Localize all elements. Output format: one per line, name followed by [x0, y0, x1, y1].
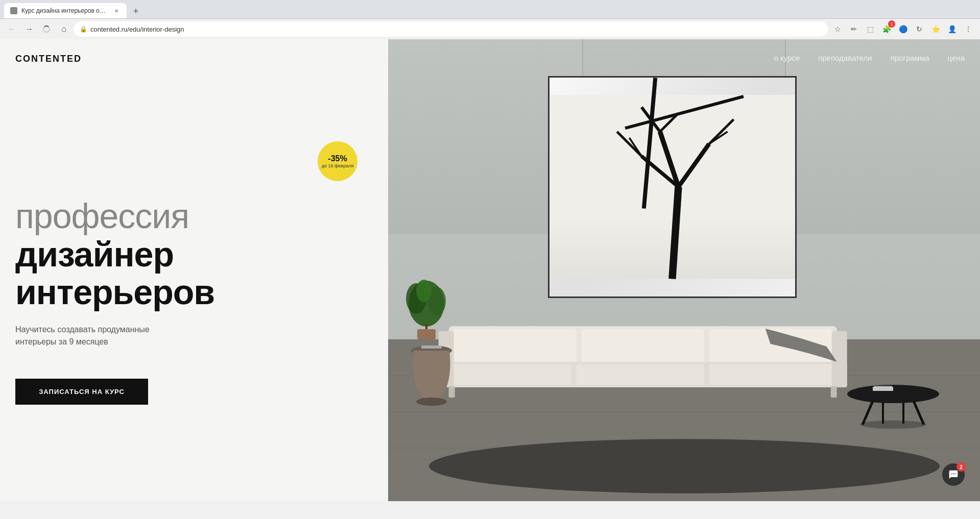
bookmark-star-button[interactable]: ☆ [830, 21, 845, 37]
tab-bar: Курс дизайна интерьеров онл... ✕ + [0, 0, 980, 18]
discount-percent: -35% [328, 154, 347, 163]
svg-rect-45 [421, 345, 442, 349]
forward-button[interactable]: → [21, 21, 37, 37]
left-panel: CONTENTED -35% до 16 февраля профессия д… [0, 39, 388, 501]
artwork-inner [549, 78, 795, 296]
update-button[interactable]: ↻ [912, 21, 927, 37]
site-header: CONTENTED [0, 39, 388, 79]
hero-title-line1: профессия [15, 197, 373, 235]
room-scene [388, 39, 980, 501]
address-text: contented.ru/edu/interior-design [90, 26, 184, 33]
address-bar[interactable]: 🔒 contented.ru/edu/interior-design [74, 21, 828, 37]
site-logo[interactable]: CONTENTED [15, 54, 373, 64]
sofa-svg [436, 316, 850, 398]
nav-item-price[interactable]: цена [948, 54, 965, 62]
artwork [548, 76, 797, 298]
hero-title-line2: дизайнер [15, 235, 373, 274]
side-table [406, 340, 457, 409]
chat-icon [948, 469, 959, 480]
screenshot-button[interactable]: ⬚ [863, 21, 878, 37]
right-panel: о курсе преподаватели программа цена [388, 39, 980, 501]
loading-spinner [43, 26, 50, 33]
svg-rect-36 [873, 387, 893, 391]
svg-rect-37 [874, 386, 892, 387]
browser-chrome: Курс дизайна интерьеров онл... ✕ + ← → ⌂… [0, 0, 980, 39]
favorites-button[interactable]: ⭐ [928, 21, 943, 37]
extension-badge: 1 [888, 20, 895, 28]
hero-content: -35% до 16 февраля профессия дизайнер ин… [0, 39, 388, 501]
active-tab[interactable]: Курс дизайна интерьеров онл... ✕ [4, 3, 127, 18]
tab-title: Курс дизайна интерьеров онл... [21, 7, 108, 14]
discount-date: до 16 февраля [322, 163, 354, 168]
nav-menu: о курсе преподаватели программа цена [774, 54, 965, 62]
sofa [436, 316, 850, 400]
hero-subtitle: Научитесь создавать продуманные интерьер… [15, 324, 179, 348]
tab-close-button[interactable]: ✕ [112, 7, 121, 15]
home-button[interactable]: ⌂ [56, 21, 71, 37]
svg-rect-34 [830, 386, 836, 398]
svg-rect-11 [549, 218, 795, 279]
svg-rect-17 [417, 329, 436, 339]
svg-rect-25 [581, 329, 704, 364]
page-content: CONTENTED -35% до 16 февраля профессия д… [0, 39, 980, 501]
svg-point-15 [416, 280, 432, 302]
side-table-svg [406, 340, 457, 407]
hero-title: профессия дизайнер интерьеров [15, 197, 373, 311]
nav-item-teachers[interactable]: преподаватели [818, 54, 872, 62]
tab-favicon [10, 7, 17, 14]
back-button[interactable]: ← [4, 21, 19, 37]
chat-badge: 2 [957, 462, 966, 472]
svg-line-38 [863, 401, 873, 425]
nav-item-program[interactable]: программа [891, 54, 929, 62]
nav-item-about[interactable]: о курсе [774, 54, 800, 62]
wall-panel-right [785, 39, 980, 234]
profile-button[interactable]: 👤 [944, 21, 960, 37]
cta-enroll-button[interactable]: записаться на курс [15, 379, 148, 405]
svg-rect-24 [453, 329, 576, 364]
artwork-svg [549, 78, 795, 296]
chat-widget[interactable]: 2 [942, 463, 965, 486]
vpn-button[interactable]: 🔵 [895, 21, 911, 37]
discount-badge: -35% до 16 февраля [318, 141, 357, 181]
coffee-table-svg [842, 379, 944, 430]
toolbar-icons: ☆ ✏ ⬚ 🧩 1 🔵 ↻ ⭐ 👤 ⋮ [830, 21, 976, 37]
address-bar-row: ← → ⌂ 🔒 contented.ru/edu/interior-design… [0, 19, 980, 39]
edit-button[interactable]: ✏ [846, 21, 862, 37]
hero-title-line3: интерьеров [15, 273, 373, 311]
svg-rect-30 [709, 364, 842, 385]
coffee-table [842, 379, 944, 432]
svg-point-42 [860, 421, 926, 429]
svg-rect-28 [443, 364, 571, 385]
menu-button[interactable]: ⋮ [961, 21, 976, 37]
lock-icon: 🔒 [80, 26, 87, 33]
svg-point-22 [429, 439, 940, 493]
new-tab-button[interactable]: + [129, 4, 143, 18]
svg-point-44 [416, 398, 447, 406]
svg-line-39 [914, 401, 924, 425]
svg-rect-29 [576, 364, 704, 385]
reload-button[interactable] [39, 21, 54, 37]
extensions-button[interactable]: 🧩 1 [879, 21, 894, 37]
